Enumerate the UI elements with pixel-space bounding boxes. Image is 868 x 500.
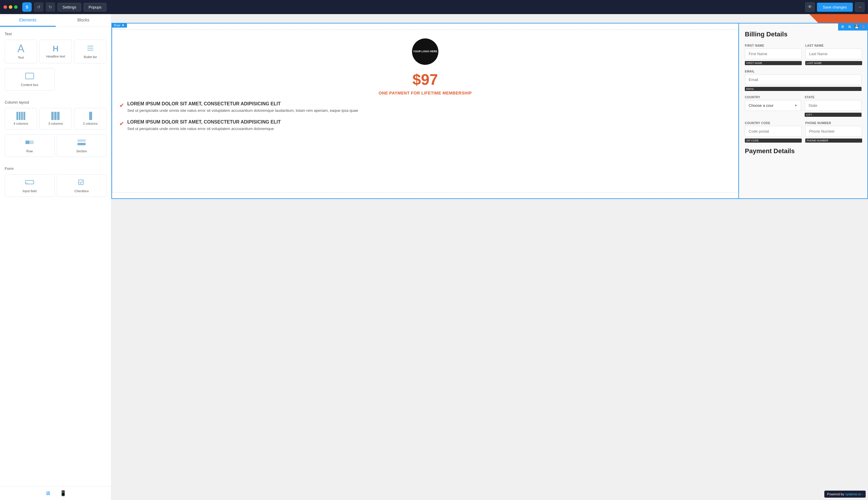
checkbox-icon — [77, 178, 86, 188]
undo-button[interactable]: ↺ — [34, 2, 43, 12]
desktop-view-button[interactable]: 🖥 — [43, 489, 53, 498]
content-box-icon — [25, 72, 34, 81]
row-delete-btn[interactable]: 🗑 — [860, 23, 867, 30]
mac-minimize[interactable] — [9, 5, 12, 9]
tab-blocks[interactable]: Blocks — [56, 14, 112, 27]
row-label-text2: Row — [114, 23, 120, 27]
email-label: EMAIL — [745, 70, 861, 73]
powered-by-brand[interactable]: systeme.io › — [845, 492, 863, 496]
country-select-arrow: ▼ — [794, 104, 797, 107]
svg-rect-3 — [25, 73, 34, 79]
element-headline[interactable]: H Headline text — [39, 39, 72, 64]
email-tag: EMAIL — [745, 87, 861, 91]
country-code-label: COUNTRY CODE — [745, 122, 802, 125]
input-field-icon — [25, 178, 34, 188]
input-field-label: Input field — [23, 189, 37, 193]
email-input[interactable] — [745, 74, 861, 85]
section-label-text: Section — [76, 149, 87, 153]
first-name-label: FIRST NAME — [745, 44, 802, 47]
svg-rect-5 — [25, 140, 29, 144]
country-code-tag: ZIP CODE — [745, 138, 802, 143]
redo-button[interactable]: ↻ — [46, 2, 55, 12]
topbar-right: 👁 Save changes → — [805, 2, 865, 12]
mac-window-buttons — [3, 5, 17, 9]
element-checkbox[interactable]: Checkbox — [57, 174, 107, 197]
form-elements-grid: Input field Checkbox — [5, 174, 106, 197]
element-input-field[interactable]: Input field — [5, 174, 55, 197]
mac-close[interactable] — [3, 5, 7, 9]
element-section[interactable]: Section — [57, 134, 107, 157]
country-label: COUNTRY — [745, 96, 801, 99]
text-section-label: Text — [5, 32, 106, 36]
headline-element-icon: H — [52, 45, 58, 53]
checkbox-label: Checkbox — [74, 189, 89, 193]
feature-item-2: ✔ LOREM IPSUM DOLOR SIT AMET, CONSECTETU… — [119, 120, 731, 132]
exit-button[interactable]: → — [855, 2, 865, 12]
element-2col[interactable]: 2 columns — [74, 108, 106, 129]
3col-icon — [51, 112, 60, 120]
feature-item-1: ✔ LOREM IPSUM DOLOR SIT AMET, CONSECTETU… — [119, 101, 731, 114]
main-layout: Elements Blocks Text A Text H Headline t… — [0, 14, 868, 500]
row-label-bar: Row ▼ — [112, 23, 127, 27]
save-changes-button[interactable]: Save changes — [817, 3, 853, 12]
row-save-btn[interactable]: 💾 — [853, 23, 860, 30]
svg-rect-10 — [79, 180, 83, 184]
country-code-input[interactable] — [745, 126, 802, 137]
svg-rect-7 — [78, 143, 86, 145]
content-box-label: Content box — [21, 83, 38, 87]
mobile-view-button[interactable]: 📱 — [58, 489, 69, 498]
country-state-row: COUNTRY Choose a cour ▼ STATE CITY — [745, 96, 861, 117]
element-4col[interactable]: 4 columns — [5, 108, 37, 129]
popups-button[interactable]: Popups — [84, 3, 106, 11]
powered-by-text: Powered by — [827, 492, 844, 496]
tab-elements[interactable]: Elements — [0, 14, 56, 27]
element-bullet[interactable]: Bullet list — [74, 39, 106, 64]
text-element-icon: A — [17, 43, 24, 54]
app-logo: S — [22, 2, 32, 12]
mac-fullscreen[interactable] — [14, 5, 17, 9]
left-sidebar: Elements Blocks Text A Text H Headline t… — [0, 14, 112, 500]
4col-icon — [16, 112, 25, 120]
last-name-input[interactable] — [805, 48, 862, 59]
row-settings-btn[interactable]: ⚙ — [839, 23, 846, 30]
check-icon-2: ✔ — [119, 120, 124, 127]
feature-1-content: LOREM IPSUM DOLOR SIT AMET, CONSECTETUR … — [127, 101, 358, 114]
element-row[interactable]: Row — [5, 134, 55, 157]
phone-group: PHONE NUMBER PHONE NUMBER — [805, 122, 862, 143]
payment-text: ONE PAYMENT FOR LIFETIME MEMBERSHIP — [378, 91, 472, 95]
form-section-label: Form — [5, 166, 106, 171]
feature-2-title: LOREM IPSUM DOLOR SIT AMET, CONSECTETUR … — [127, 120, 281, 125]
phone-input[interactable] — [805, 126, 862, 137]
column-section: Column layout 4 columns — [0, 95, 111, 161]
topbar-left: S ↺ ↻ Settings Popups — [3, 2, 106, 12]
row-controls: ⚙ ⧉ 💾 🗑 — [838, 23, 868, 31]
email-group: EMAIL EMAIL — [745, 70, 861, 91]
state-input[interactable] — [805, 100, 861, 111]
topbar: S ↺ ↻ Settings Popups 👁 Save changes → — [0, 0, 868, 14]
logo-circle: YOUR LOGO HERE — [412, 38, 438, 65]
content-elements-grid: Content box — [5, 68, 106, 91]
canvas-area: Row ▼ ⚙ ⧉ 💾 🗑 YOUR LOGO HERE $97 ONE PAY… — [112, 14, 868, 500]
country-select[interactable]: Choose a cour ▼ — [745, 100, 801, 111]
state-tag: CITY — [805, 113, 861, 117]
phone-label: PHONE NUMBER — [805, 122, 862, 125]
row-copy-btn[interactable]: ⧉ — [846, 23, 853, 30]
2col-label: 2 columns — [83, 122, 98, 126]
country-select-value: Choose a cour — [749, 103, 774, 108]
preview-button[interactable]: 👁 — [805, 2, 814, 12]
settings-button[interactable]: Settings — [58, 3, 81, 11]
device-toggle: 🖥 📱 — [0, 486, 111, 500]
element-text[interactable]: A Text — [5, 39, 37, 64]
text-element-label: Text — [18, 56, 24, 59]
first-name-input[interactable] — [745, 48, 802, 59]
phone-tag: PHONE NUMBER — [805, 138, 862, 143]
country-code-group: COUNTRY CODE ZIP CODE — [745, 122, 802, 143]
element-3col[interactable]: 3 columns — [39, 108, 72, 129]
last-name-label: LAST NAME — [805, 44, 862, 47]
state-group: STATE CITY — [805, 96, 861, 117]
check-icon-1: ✔ — [119, 102, 124, 109]
element-content-box[interactable]: Content box — [5, 68, 55, 91]
3col-label: 3 columns — [48, 122, 63, 126]
logo-circle-text: YOUR LOGO HERE — [413, 50, 437, 54]
feature-1-desc: Sed ut perspiciatis unde omnis iste natu… — [127, 108, 358, 114]
